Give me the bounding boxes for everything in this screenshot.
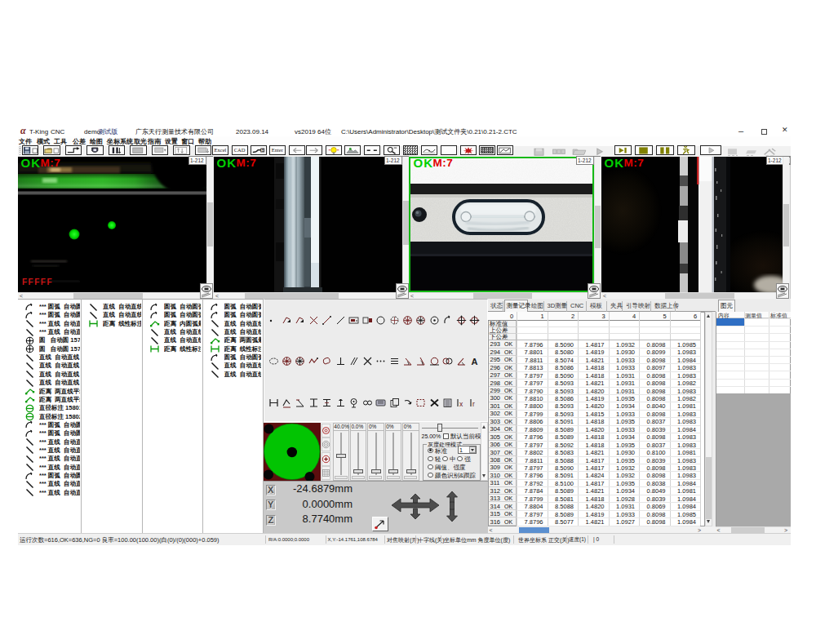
svg-text:A: A xyxy=(472,357,478,366)
svg-text:r: r xyxy=(472,399,475,407)
svg-text:B: B xyxy=(262,148,264,152)
svg-text:x: x xyxy=(459,399,463,407)
